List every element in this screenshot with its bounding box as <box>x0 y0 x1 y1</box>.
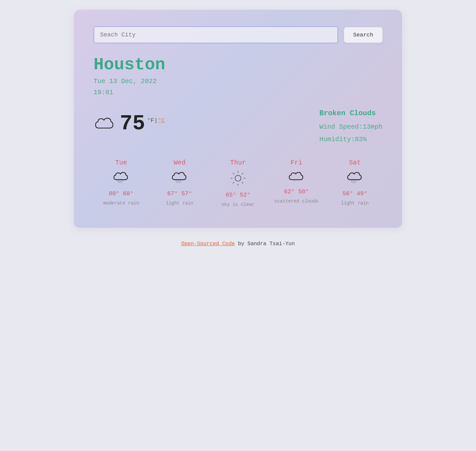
wind-speed: Wind Speed:13mph <box>319 121 382 133</box>
right-panel: Broken Clouds Wind Speed:13mph Humidity:… <box>319 106 382 146</box>
weather-card: Search Houston Tue 13 Dec, 2022 19:01 75… <box>74 10 402 228</box>
forecast-temps: 67° 57° <box>167 190 192 197</box>
svg-line-17 <box>242 173 243 174</box>
search-input[interactable] <box>94 26 338 43</box>
temperature: 75 <box>120 113 145 134</box>
forecast-temps: 80° 68° <box>109 190 134 197</box>
main-weather-row: 75 °F|°C Broken Clouds Wind Speed:13mph … <box>94 106 382 146</box>
forecast-desc: light rain <box>166 200 193 207</box>
forecast-desc: scattered clouds <box>274 198 318 205</box>
forecast-day-label: Fri <box>291 159 302 166</box>
forecast-day-thur: Thur 65° 52° sky is clear <box>210 159 266 208</box>
open-source-link[interactable]: Open-Sourced Code <box>181 241 235 247</box>
forecast-temps: 62° 50° <box>284 188 309 195</box>
svg-point-10 <box>235 175 241 181</box>
city-time: 19:01 <box>94 87 382 98</box>
forecast-icon <box>346 170 363 187</box>
forecast-icon <box>113 170 130 187</box>
forecast-day-wed: Wed 67° 57° light rain <box>152 159 207 208</box>
forecast-day-fri: Fri 62° 50° scattered clouds <box>269 159 324 208</box>
forecast-icon <box>171 170 188 187</box>
forecast-day-label: Thur <box>230 159 246 166</box>
temp-unit: °F|°C <box>147 117 165 124</box>
left-panel: 75 °F|°C <box>94 106 165 134</box>
forecast-day-tue: Tue 80° 68° moderate rain <box>94 159 149 208</box>
cloud-rain-forecast-icon <box>171 170 188 185</box>
svg-line-16 <box>242 182 243 183</box>
search-button[interactable]: Search <box>344 27 382 43</box>
forecast-desc: moderate rain <box>103 200 139 207</box>
cloud-rain-forecast-icon <box>113 170 130 185</box>
city-date: Tue 13 Dec, 2022 <box>94 76 382 87</box>
forecast-row: Tue 80° 68° moderate rain Wed 67° 57° li… <box>94 159 382 208</box>
condition-label: Broken Clouds <box>319 109 382 118</box>
city-name: Houston <box>94 55 382 75</box>
forecast-temps: 56° 49° <box>342 190 367 197</box>
forecast-day-label: Sat <box>349 159 361 166</box>
cloud-rain-forecast-icon <box>346 170 363 185</box>
forecast-day-label: Tue <box>115 159 127 166</box>
forecast-desc: sky is clear <box>222 202 255 208</box>
forecast-day-sat: Sat 56° 49° light rain <box>327 159 382 208</box>
cloud-icon-large <box>94 115 116 132</box>
search-row: Search <box>94 26 382 43</box>
celsius-link[interactable]: °C <box>158 117 165 124</box>
sun-forecast-icon <box>229 170 247 187</box>
footer: Open-Sourced Code by Sandra Tsai-Yun <box>181 241 295 247</box>
forecast-icon <box>229 170 247 188</box>
temp-row: 75 °F|°C <box>94 113 165 134</box>
cloud-forecast-icon <box>288 170 305 183</box>
forecast-day-label: Wed <box>174 159 185 166</box>
humidity: Humidity:83% <box>319 133 382 146</box>
forecast-desc: light rain <box>341 200 369 207</box>
svg-line-15 <box>233 173 234 174</box>
forecast-temps: 65° 52° <box>226 192 250 198</box>
footer-by: by Sandra Tsai-Yun <box>235 241 294 247</box>
svg-line-18 <box>233 182 234 183</box>
forecast-icon <box>288 170 305 185</box>
